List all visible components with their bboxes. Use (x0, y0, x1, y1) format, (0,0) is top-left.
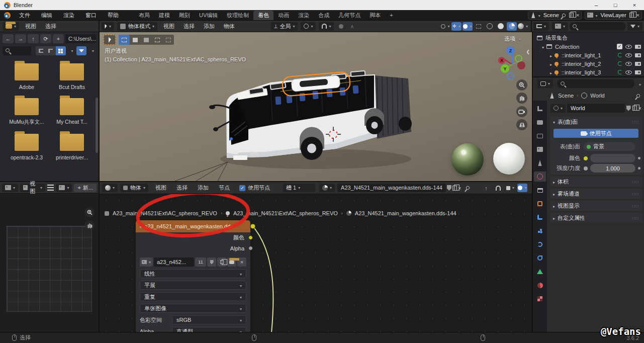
hide-viewport-icon[interactable] (625, 62, 632, 66)
alpha-mode-select[interactable]: 直通型 (172, 327, 246, 332)
select-box-button[interactable] (119, 35, 130, 45)
proportional-editing-toggle[interactable] (336, 22, 346, 31)
hide-viewport-icon[interactable] (625, 70, 632, 74)
tab-texture[interactable] (534, 294, 546, 304)
shading-material-button[interactable] (507, 22, 517, 31)
path-field[interactable]: C:\Users\... (65, 34, 96, 43)
shader-type-dropdown[interactable]: 物体 (120, 184, 148, 192)
color-output-socket[interactable] (248, 235, 253, 240)
filebrowser-menu-view[interactable]: 视图 (21, 23, 41, 30)
axis-y[interactable]: Y (501, 64, 509, 73)
folder-item[interactable]: My Cheat T... (49, 98, 95, 126)
disable-render-icon[interactable] (635, 62, 641, 66)
options-dropdown[interactable]: 选项 (504, 35, 521, 43)
outliner-editor-type-dropdown[interactable] (533, 22, 549, 31)
fake-user-button[interactable] (207, 258, 216, 267)
drag-handle-icon[interactable] (632, 215, 639, 221)
new-image-button[interactable]: + 新... (74, 184, 97, 192)
custom-properties-panel[interactable]: 自定义属性 (549, 213, 642, 223)
source-select[interactable]: 单张图像 (140, 304, 246, 313)
properties-options-dropdown[interactable] (637, 81, 641, 87)
viewport-menu-add[interactable]: 添加 (199, 23, 219, 30)
outliner-filter-dropdown[interactable] (627, 22, 642, 31)
tab-uv-editing[interactable]: UV编辑 (195, 11, 222, 20)
tab-compositing[interactable]: 合成 (314, 11, 334, 20)
snap-target-dropdown[interactable] (505, 184, 515, 192)
tab-layout[interactable]: 布局 (134, 11, 154, 20)
tab-physics[interactable] (534, 239, 546, 249)
display-horizontal-list-button[interactable] (46, 46, 56, 55)
breadcrumb-world[interactable]: World (590, 93, 605, 99)
properties-search-input[interactable] (557, 79, 634, 88)
viewport-display-panel[interactable]: 视图显示 (549, 201, 642, 211)
viewport-menu-object[interactable]: 物体 (219, 23, 239, 30)
tab-scripting[interactable]: 脚本 (365, 11, 385, 20)
viewlayer-dropdown-arrow[interactable] (593, 12, 597, 18)
collapse-icon[interactable] (553, 215, 558, 221)
xray-toggle[interactable] (474, 22, 484, 31)
viewlayer-name[interactable]: ViewLayer (597, 12, 629, 18)
pin-icon[interactable] (466, 186, 471, 191)
extension-select[interactable]: 重复 (140, 292, 246, 301)
zoom-button[interactable] (84, 207, 95, 217)
collapse-icon[interactable] (553, 119, 558, 125)
folder-item[interactable]: printerdriver... (49, 134, 95, 160)
menu-toggle-icon[interactable] (47, 185, 54, 191)
tab-object-data[interactable] (534, 267, 546, 277)
collapse-icon[interactable] (140, 223, 144, 229)
image-texture-node[interactable]: a23_n4521_main_wagenkasten.dds 颜色 Alpha … (136, 220, 250, 332)
pin-icon[interactable] (636, 93, 641, 98)
surface-shader-field[interactable]: 背景 (584, 142, 635, 151)
disable-render-icon[interactable] (635, 70, 641, 74)
tab-tool[interactable] (534, 104, 546, 114)
delete-viewlayer-icon[interactable] (636, 12, 639, 18)
camera-view-button[interactable] (516, 106, 527, 117)
shading-rendered-button[interactable] (518, 22, 528, 31)
forward-button[interactable]: → (15, 34, 26, 43)
image-editor-view-dropdown[interactable]: 视图 (20, 184, 45, 192)
drag-handle-icon[interactable] (632, 191, 639, 197)
viewport-3d[interactable]: 用户透视 (1) Collection | A23_main_N4521\Ext… (100, 32, 532, 181)
new-viewlayer-icon[interactable] (629, 13, 634, 18)
tab-sculpting[interactable]: 雕刻 (174, 11, 195, 20)
strength-slider[interactable]: 1.000 (590, 164, 635, 173)
tweak-tool-button[interactable] (104, 35, 116, 45)
collapse-icon[interactable] (553, 191, 558, 197)
tab-rendering[interactable]: 渲染 (294, 11, 314, 20)
new-world-icon[interactable] (632, 106, 637, 111)
interpolation-select[interactable]: 线性 (140, 269, 246, 278)
hide-viewport-icon[interactable] (625, 45, 632, 49)
world-name-field[interactable]: World (567, 104, 625, 113)
use-nodes-button[interactable]: 使用节点 (554, 129, 638, 138)
tab-particles[interactable] (534, 226, 546, 236)
delete-scene-icon[interactable] (576, 12, 579, 18)
breadcrumb-data[interactable]: A23_main_N4521\Ext\AC_spheros_REVO (233, 210, 338, 216)
axis-x-negative[interactable] (517, 61, 525, 69)
transform-orientation-dropdown[interactable]: ⟂ 全局 (271, 22, 298, 31)
filter-toggle-button[interactable] (76, 46, 86, 55)
add-workspace-button[interactable]: + (385, 11, 397, 19)
drag-handle-icon[interactable] (632, 203, 639, 209)
shader-overlays-toggle[interactable] (517, 184, 527, 192)
menu-window[interactable]: 窗口 (80, 12, 102, 19)
fake-user-icon[interactable] (626, 106, 631, 111)
filebrowser-menu-select[interactable]: 选择 (41, 23, 61, 30)
zoom-button[interactable] (516, 79, 527, 91)
material-slot-dropdown[interactable]: 槽 1 (283, 184, 315, 192)
snap-toggle[interactable] (493, 184, 503, 192)
scrollbar[interactable] (96, 98, 98, 153)
display-thumbnails-button[interactable] (56, 46, 66, 55)
menu-help[interactable]: 帮助 (102, 12, 124, 19)
select-extend-button[interactable] (130, 35, 141, 45)
shading-solid-button[interactable] (496, 22, 506, 31)
pan-hand-button[interactable] (516, 93, 527, 104)
new-folder-button[interactable]: + (53, 34, 64, 43)
drag-handle-icon[interactable] (632, 179, 639, 185)
mist-pass-panel[interactable]: 雾场通道 (549, 189, 642, 199)
node-header[interactable]: a23_n4521_main_wagenkasten.dds (136, 220, 250, 232)
filter-options-dropdown[interactable] (88, 46, 96, 55)
gizmos-toggle[interactable]: ✛ (451, 22, 462, 31)
new-material-icon[interactable] (452, 186, 457, 191)
node-canvas[interactable]: A23_main_N4521\Ext\AC_spheros_REVO › A23… (100, 194, 532, 332)
new-scene-icon[interactable] (569, 13, 574, 18)
